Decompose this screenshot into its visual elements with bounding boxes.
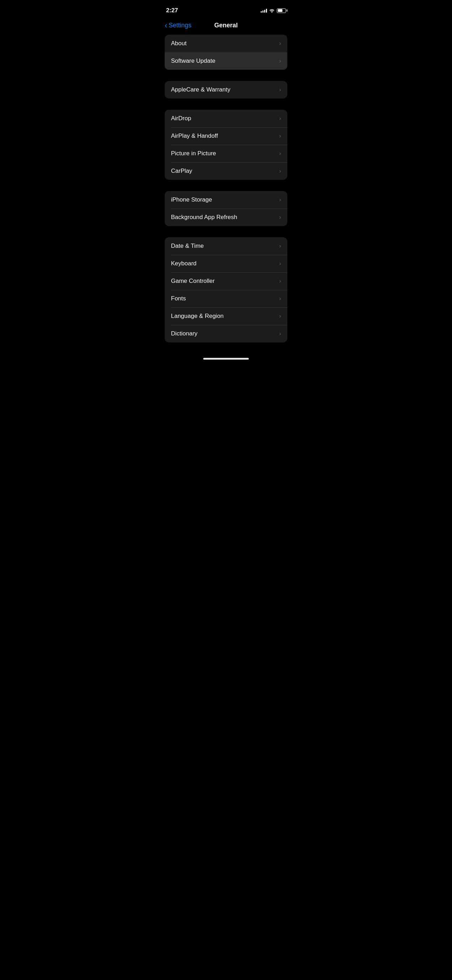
status-bar: 2:27 bbox=[158, 0, 294, 19]
iphone-storage-row[interactable]: iPhone Storage › bbox=[165, 191, 287, 208]
game-controller-row[interactable]: Game Controller › bbox=[165, 272, 287, 290]
software-update-row[interactable]: Software Update › bbox=[165, 52, 287, 70]
date-time-label: Date & Time bbox=[171, 243, 204, 250]
signal-icon bbox=[261, 8, 267, 13]
iphone-storage-chevron-icon: › bbox=[279, 197, 281, 203]
page-title: General bbox=[214, 22, 237, 29]
about-chevron-icon: › bbox=[279, 40, 281, 47]
dictionary-chevron-icon: › bbox=[279, 331, 281, 337]
background-app-refresh-row[interactable]: Background App Refresh › bbox=[165, 208, 287, 226]
status-icons bbox=[261, 8, 286, 13]
airdrop-row[interactable]: AirDrop › bbox=[165, 110, 287, 127]
airplay-handoff-row[interactable]: AirPlay & Handoff › bbox=[165, 127, 287, 145]
battery-fill bbox=[278, 9, 283, 12]
game-controller-label: Game Controller bbox=[171, 278, 215, 285]
carplay-chevron-icon: › bbox=[279, 168, 281, 174]
section-connectivity: AirDrop › AirPlay & Handoff › Picture in… bbox=[165, 110, 287, 180]
applecare-chevron-icon: › bbox=[279, 87, 281, 93]
airplay-handoff-label: AirPlay & Handoff bbox=[171, 132, 218, 140]
language-region-row[interactable]: Language & Region › bbox=[165, 307, 287, 325]
home-indicator-bar bbox=[203, 358, 249, 360]
applecare-row[interactable]: AppleCare & Warranty › bbox=[165, 81, 287, 99]
dictionary-label: Dictionary bbox=[171, 330, 197, 337]
background-app-refresh-label: Background App Refresh bbox=[171, 214, 237, 221]
section-applecare: AppleCare & Warranty › bbox=[165, 81, 287, 99]
picture-in-picture-label: Picture in Picture bbox=[171, 150, 216, 157]
picture-in-picture-chevron-icon: › bbox=[279, 150, 281, 157]
section-storage: iPhone Storage › Background App Refresh … bbox=[165, 191, 287, 226]
keyboard-chevron-icon: › bbox=[279, 261, 281, 267]
back-button[interactable]: ‹ Settings bbox=[165, 22, 191, 29]
game-controller-chevron-icon: › bbox=[279, 278, 281, 284]
section-system: Date & Time › Keyboard › Game Controller… bbox=[165, 237, 287, 342]
applecare-label: AppleCare & Warranty bbox=[171, 86, 230, 93]
nav-header: ‹ Settings General bbox=[158, 19, 294, 35]
date-time-row[interactable]: Date & Time › bbox=[165, 237, 287, 255]
airdrop-label: AirDrop bbox=[171, 115, 191, 122]
airplay-handoff-chevron-icon: › bbox=[279, 133, 281, 139]
back-label: Settings bbox=[169, 22, 191, 29]
carplay-row[interactable]: CarPlay › bbox=[165, 162, 287, 180]
dictionary-row[interactable]: Dictionary › bbox=[165, 325, 287, 342]
about-label: About bbox=[171, 40, 186, 47]
iphone-storage-label: iPhone Storage bbox=[171, 196, 212, 203]
software-update-label: Software Update bbox=[171, 57, 215, 65]
language-region-label: Language & Region bbox=[171, 313, 224, 320]
status-time: 2:27 bbox=[166, 7, 178, 14]
back-chevron-icon: ‹ bbox=[165, 22, 167, 29]
background-app-refresh-chevron-icon: › bbox=[279, 214, 281, 221]
about-row[interactable]: About › bbox=[165, 35, 287, 52]
date-time-chevron-icon: › bbox=[279, 243, 281, 249]
picture-in-picture-row[interactable]: Picture in Picture › bbox=[165, 145, 287, 162]
battery-icon bbox=[277, 8, 286, 13]
language-region-chevron-icon: › bbox=[279, 313, 281, 319]
carplay-label: CarPlay bbox=[171, 167, 192, 175]
keyboard-label: Keyboard bbox=[171, 260, 197, 267]
section-about-software: About › Software Update › bbox=[165, 35, 287, 70]
airdrop-chevron-icon: › bbox=[279, 115, 281, 122]
software-update-chevron-icon: › bbox=[279, 58, 281, 64]
fonts-row[interactable]: Fonts › bbox=[165, 290, 287, 307]
fonts-chevron-icon: › bbox=[279, 296, 281, 302]
fonts-label: Fonts bbox=[171, 295, 186, 302]
wifi-icon bbox=[269, 8, 275, 13]
home-indicator bbox=[158, 354, 294, 363]
keyboard-row[interactable]: Keyboard › bbox=[165, 255, 287, 272]
